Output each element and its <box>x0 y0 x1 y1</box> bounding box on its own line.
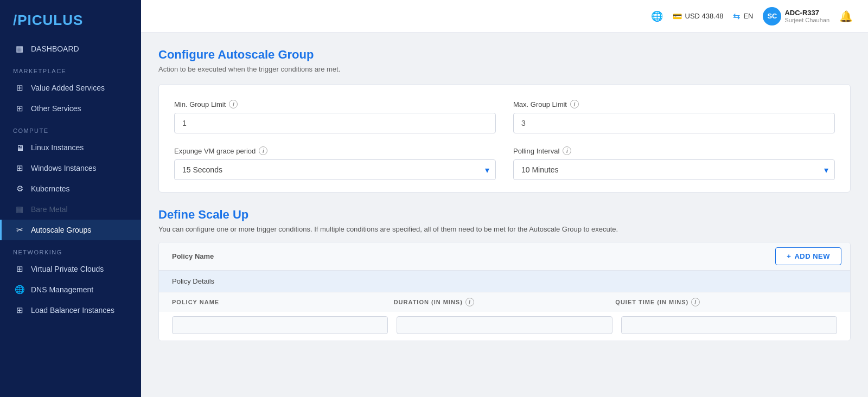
expunge-polling-row: Expunge VM grace period i 15 Seconds 30 … <box>174 146 835 180</box>
table-columns-row: POLICY NAME DURATION (IN MINS) i QUIET T… <box>159 292 850 312</box>
sidebar-item-label: Value Added Services <box>31 84 105 92</box>
linux-icon: 🖥 <box>15 143 24 152</box>
lb-icon: ⊞ <box>15 305 24 315</box>
sidebar-item-label: Virtual Private Clouds <box>31 265 104 273</box>
configure-title: Configure Autoscale Group <box>158 48 851 62</box>
user-profile[interactable]: SC ADC-R337 Surjeet Chauhan <box>763 7 829 25</box>
notification-bell[interactable]: 🔔 <box>839 10 853 23</box>
expunge-select-wrapper: 15 Seconds 30 Seconds 1 Minute 5 Minutes… <box>174 159 496 180</box>
sidebar-item-label: Kubernetes <box>31 184 70 193</box>
sidebar-item-label: Linux Instances <box>31 143 84 152</box>
expunge-label: Expunge VM grace period i <box>174 146 496 155</box>
col-quiet-time: QUIET TIME (IN MINS) i <box>615 298 837 306</box>
bell-icon: 🔔 <box>839 10 853 23</box>
sidebar-item-label: Load Balancer Instances <box>31 306 114 315</box>
min-group-limit-info-icon[interactable]: i <box>229 100 238 108</box>
scale-up-table: Policy Name + ADD NEW Policy Details POL… <box>158 242 851 341</box>
user-info: ADC-R337 Surjeet Chauhan <box>784 9 829 23</box>
scale-up-subtitle: You can configure one or more trigger co… <box>158 225 851 233</box>
add-new-button[interactable]: + ADD NEW <box>775 247 841 265</box>
policy-details-row: Policy Details <box>159 271 850 292</box>
language-label: EN <box>743 12 753 20</box>
max-group-limit-label: Max. Group Limit i <box>513 100 835 108</box>
sidebar-item-label: DASHBOARD <box>31 44 79 53</box>
min-group-limit-group: Min. Group Limit i <box>174 100 496 133</box>
globe-icon: 🌐 <box>651 10 663 22</box>
plus-icon: + <box>787 252 791 260</box>
polling-select[interactable]: 1 Minute 5 Minutes 10 Minutes 15 Minutes… <box>513 159 835 180</box>
currency-icon: 💳 <box>673 12 682 21</box>
globe-button[interactable]: 🌐 <box>651 10 663 22</box>
configure-subtitle: Action to be executed when the trigger c… <box>158 65 851 73</box>
user-name: ADC-R337 <box>784 9 829 17</box>
main-wrapper: 🌐 💳 USD 438.48 ⇆ EN SC ADC-R337 Surjeet … <box>141 0 868 397</box>
bare-metal-icon: ▦ <box>15 204 24 214</box>
limits-row: Min. Group Limit i Max. Group Limit i <box>174 100 835 133</box>
expunge-group: Expunge VM grace period i 15 Seconds 30 … <box>174 146 496 180</box>
quiet-time-info-icon[interactable]: i <box>691 298 700 306</box>
expunge-select[interactable]: 15 Seconds 30 Seconds 1 Minute 5 Minutes <box>174 159 496 180</box>
dashboard-icon: ▦ <box>15 44 24 54</box>
polling-group: Polling Interval i 1 Minute 5 Minutes 10… <box>513 146 835 180</box>
min-group-limit-label: Min. Group Limit i <box>174 100 496 108</box>
sidebar-item-load-balancer-instances[interactable]: ⊞ Load Balancer Instances <box>0 300 141 321</box>
policy-details-label: Policy Details <box>172 277 214 285</box>
sidebar-item-windows-instances[interactable]: ⊞ Windows Instances <box>0 158 141 178</box>
compute-section-label: COMPUTE <box>0 119 141 137</box>
currency-amount: USD 438.48 <box>685 12 724 20</box>
max-group-limit-group: Max. Group Limit i <box>513 100 835 133</box>
col-duration: DURATION (IN MINS) i <box>394 298 616 306</box>
max-group-limit-input[interactable] <box>513 113 835 133</box>
sidebar-item-label: Other Services <box>31 104 81 113</box>
polling-info-icon[interactable]: i <box>563 146 571 155</box>
currency-display[interactable]: 💳 USD 438.48 <box>673 12 724 21</box>
avatar: SC <box>763 7 781 25</box>
scale-up-title: Define Scale Up <box>158 208 851 222</box>
dns-icon: 🌐 <box>15 285 24 294</box>
duration-input[interactable] <box>397 316 612 334</box>
value-added-services-icon: ⊞ <box>15 83 24 93</box>
min-group-limit-input[interactable] <box>174 113 496 133</box>
language-selector[interactable]: ⇆ EN <box>733 11 753 21</box>
user-subtitle: Surjeet Chauhan <box>784 17 829 23</box>
configure-card: Min. Group Limit i Max. Group Limit i <box>158 84 851 193</box>
sidebar: /PICULUS ▦ DASHBOARD MARKETPLACE ⊞ Value… <box>0 0 141 397</box>
max-group-limit-info-icon[interactable]: i <box>570 100 579 108</box>
topbar: 🌐 💳 USD 438.48 ⇆ EN SC ADC-R337 Surjeet … <box>141 0 868 33</box>
sidebar-item-dns-management[interactable]: 🌐 DNS Management <box>0 279 141 300</box>
sidebar-item-virtual-private-clouds[interactable]: ⊞ Virtual Private Clouds <box>0 259 141 279</box>
col-policy-name: POLICY NAME <box>172 298 394 306</box>
sidebar-item-label: Windows Instances <box>31 164 97 172</box>
duration-info-icon[interactable]: i <box>465 298 474 306</box>
translate-icon: ⇆ <box>733 11 740 21</box>
table-header-row: Policy Name + ADD NEW <box>159 242 850 271</box>
table-input-row <box>159 312 850 341</box>
sidebar-item-bare-metal: ▦ Bare Metal <box>0 199 141 220</box>
sidebar-item-other-services[interactable]: ⊞ Other Services <box>0 98 141 119</box>
sidebar-item-label: Bare Metal <box>31 205 68 214</box>
sidebar-item-kubernetes[interactable]: ⚙ Kubernetes <box>0 178 141 199</box>
marketplace-section-label: MARKETPLACE <box>0 59 141 78</box>
expunge-info-icon[interactable]: i <box>259 146 267 155</box>
polling-label: Polling Interval i <box>513 146 835 155</box>
vpc-icon: ⊞ <box>15 264 24 274</box>
sidebar-item-dashboard[interactable]: ▦ DASHBOARD <box>0 39 141 59</box>
autoscale-icon: ✂ <box>15 225 24 235</box>
polling-select-wrapper: 1 Minute 5 Minutes 10 Minutes 15 Minutes… <box>513 159 835 180</box>
policy-name-col-header: Policy Name <box>159 252 767 260</box>
windows-icon: ⊞ <box>15 163 24 173</box>
kubernetes-icon: ⚙ <box>15 184 24 194</box>
sidebar-item-label: Autoscale Groups <box>31 226 91 234</box>
sidebar-item-linux-instances[interactable]: 🖥 Linux Instances <box>0 137 141 158</box>
sidebar-item-label: DNS Management <box>31 285 93 294</box>
logo-text: PICULUS <box>17 12 83 28</box>
main-content: Configure Autoscale Group Action to be e… <box>141 33 868 397</box>
sidebar-item-autoscale-groups[interactable]: ✂ Autoscale Groups <box>0 220 141 240</box>
logo-slash: / <box>13 12 17 28</box>
networking-section-label: NETWORKING <box>0 240 141 259</box>
sidebar-item-value-added-services[interactable]: ⊞ Value Added Services <box>0 78 141 98</box>
policy-name-input[interactable] <box>172 316 388 334</box>
quiet-time-input[interactable] <box>621 316 837 334</box>
other-services-icon: ⊞ <box>15 104 24 113</box>
app-logo: /PICULUS <box>0 0 141 39</box>
